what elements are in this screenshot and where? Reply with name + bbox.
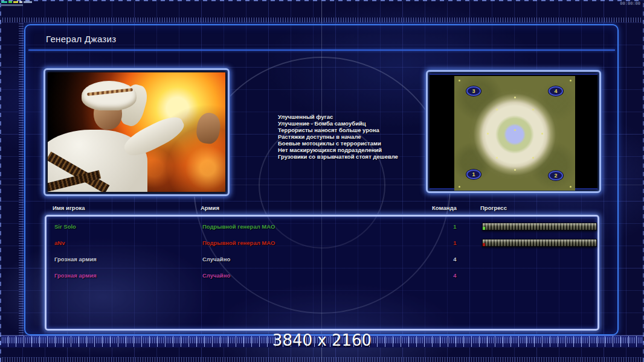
bonus-line: Растяжки доступны в начале xyxy=(278,133,429,140)
player-row: aNvПодрывной генерал МАО1 xyxy=(47,236,597,252)
ruler-bottom xyxy=(0,357,644,362)
minimap-letterbox: 3412 xyxy=(430,74,597,189)
loading-screen: 00:00:00 Генерал Джазиз Улучшенный фугас… xyxy=(0,0,644,362)
header-army: Армия xyxy=(201,205,219,211)
player-army: Случайно xyxy=(202,272,230,279)
player-row: Грозная армияСлучайно4 xyxy=(47,268,597,285)
player-row: Sir SoloПодрывной генерал МАО1 xyxy=(47,220,597,236)
progress-bar xyxy=(482,223,597,230)
edge-ticks-top xyxy=(0,0,644,1)
progress-bar xyxy=(482,239,597,247)
player-row: Грозная армияСлучайно4 xyxy=(47,252,597,268)
player-team: 1 xyxy=(448,240,462,246)
minimap-frame: 3412 xyxy=(426,70,601,193)
player-name: aNv xyxy=(54,240,65,246)
map-preview: 3412 xyxy=(454,76,575,191)
debug-overlay xyxy=(1,1,43,6)
player-army: Подрывной генерал МАО xyxy=(202,223,275,230)
edge-ticks-left xyxy=(0,0,1,362)
bonus-line: Грузовики со взрывчаткой стоят дешевле xyxy=(278,153,429,160)
map-start-marker: 4 xyxy=(549,86,563,96)
bonus-line: Улучшенный фугас xyxy=(278,113,429,120)
header-player-name: Имя игрока xyxy=(53,205,85,211)
player-name: Sir Solo xyxy=(54,223,76,230)
header-team: Команда xyxy=(432,205,457,211)
ruler-top xyxy=(0,17,644,22)
player-list: Sir SoloПодрывной генерал МАО1aNvПодрывн… xyxy=(45,215,599,331)
debug-line-2 xyxy=(1,4,23,6)
ruler-left xyxy=(19,22,24,335)
progress-bar-fill xyxy=(483,243,485,246)
match-timer: 00:00:00 xyxy=(620,1,640,6)
main-panel: Генерал Джазиз Улучшенный фугасУлучшение… xyxy=(24,24,619,335)
general-portrait-frame xyxy=(43,68,230,196)
bonus-line: Террористы наносят больше урона xyxy=(278,127,429,133)
figure-headdress xyxy=(82,81,137,111)
map-start-marker: 3 xyxy=(466,86,481,96)
map-supply-dots xyxy=(514,97,516,98)
general-title: Генерал Джазиз xyxy=(46,34,116,44)
bonus-line: Боевые мотоциклы с террористами xyxy=(278,140,429,147)
progress-bar-fill xyxy=(483,227,485,230)
player-name: Грозная армия xyxy=(54,272,97,279)
figure-hand xyxy=(195,112,222,145)
player-team: 4 xyxy=(448,256,462,262)
bonus-line: Улучшение - Бомба самоубийц xyxy=(278,120,429,127)
header-progress: Прогресс xyxy=(480,205,507,211)
bonus-list: Улучшенный фугасУлучшение - Бомба самоуб… xyxy=(278,113,429,160)
general-portrait-image xyxy=(48,72,225,192)
map-start-marker: 1 xyxy=(466,170,481,179)
bonus-line: Нет маскирующихся подразделений xyxy=(278,147,429,153)
player-team: 4 xyxy=(448,272,462,279)
player-army: Подрывной генерал МАО xyxy=(202,240,275,246)
player-army: Случайно xyxy=(202,256,230,262)
map-start-marker: 2 xyxy=(549,171,563,180)
resolution-label: 3840 x 2160 xyxy=(0,331,644,349)
player-team: 1 xyxy=(448,223,462,230)
title-divider xyxy=(28,49,615,51)
player-name: Грозная армия xyxy=(54,256,97,262)
